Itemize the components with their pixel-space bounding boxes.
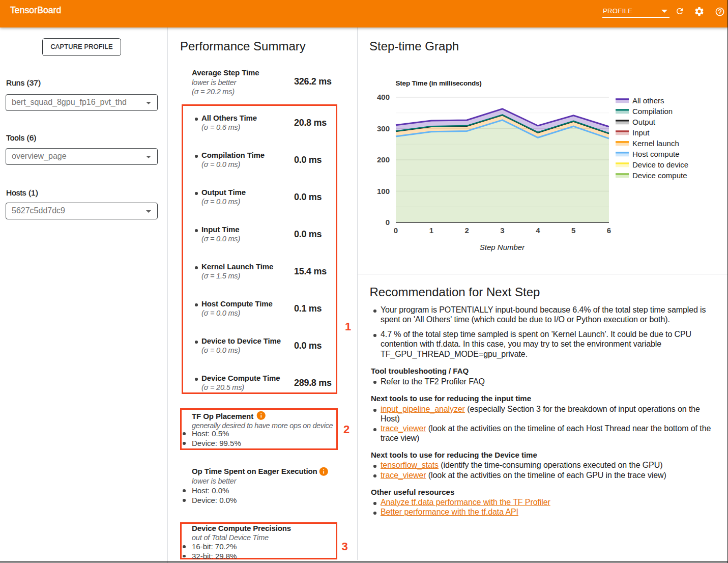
svg-text:5: 5	[571, 226, 575, 235]
svg-text:0: 0	[394, 226, 398, 235]
svg-text:All others: All others	[632, 96, 664, 105]
svg-text:Compilation: Compilation	[632, 107, 673, 116]
svg-text:200: 200	[377, 155, 390, 164]
svg-text:Device to device: Device to device	[632, 160, 688, 169]
svg-text:Device compute: Device compute	[632, 171, 687, 180]
svg-text:Host compute: Host compute	[632, 150, 680, 158]
svg-text:1: 1	[429, 226, 433, 235]
svg-text:4: 4	[536, 226, 540, 235]
svg-text:Input: Input	[632, 128, 650, 137]
svg-text:400: 400	[377, 93, 390, 101]
svg-text:Step Time (in milliseconds): Step Time (in milliseconds)	[396, 79, 482, 87]
svg-text:3: 3	[500, 226, 504, 235]
svg-text:100: 100	[377, 187, 390, 195]
svg-text:300: 300	[377, 124, 390, 133]
svg-text:0: 0	[386, 218, 390, 227]
svg-text:2: 2	[465, 226, 469, 235]
svg-text:Kernel launch: Kernel launch	[632, 139, 679, 148]
svg-text:Step Number: Step Number	[480, 243, 525, 251]
svg-text:Output: Output	[632, 118, 656, 126]
svg-text:6: 6	[607, 226, 611, 235]
